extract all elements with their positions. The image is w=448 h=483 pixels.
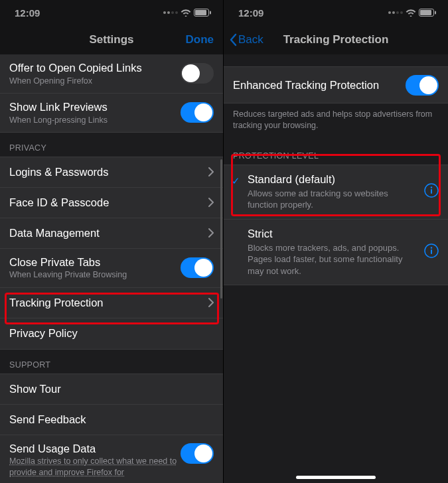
row-close-private-tabs[interactable]: Close Private Tabs When Leaving Private … bbox=[0, 249, 223, 288]
row-show-tour[interactable]: Show Tour bbox=[0, 374, 223, 405]
nav-title: Settings bbox=[89, 33, 133, 46]
checkmark-icon: ✓ bbox=[232, 175, 240, 187]
chevron-right-icon bbox=[208, 298, 214, 307]
row-subtitle: Mozilla strives to only collect what we … bbox=[9, 456, 181, 478]
svg-rect-5 bbox=[435, 11, 436, 15]
status-bar: 12:09 bbox=[224, 0, 448, 25]
level-title: Standard (default) bbox=[248, 173, 439, 186]
row-enhanced-tracking-protection[interactable]: Enhanced Tracking Protection bbox=[224, 67, 448, 103]
row-data-management[interactable]: Data Management bbox=[0, 218, 223, 249]
row-logins-passwords[interactable]: Logins & Passwords bbox=[0, 157, 223, 188]
row-title: Show Tour bbox=[9, 382, 214, 396]
chevron-right-icon bbox=[208, 228, 214, 238]
toggle-copied-links[interactable] bbox=[181, 63, 214, 84]
row-subtitle: When Long-pressing Links bbox=[9, 115, 181, 125]
home-indicator[interactable] bbox=[296, 476, 376, 479]
toggle-usage-data[interactable] bbox=[181, 443, 214, 464]
row-faceid-passcode[interactable]: Face ID & Passcode bbox=[0, 188, 223, 218]
svg-point-7 bbox=[431, 187, 432, 188]
tracking-protection-screen: 12:09 Back Tracking Protection Enhanced … bbox=[224, 0, 448, 483]
section-support: Support bbox=[0, 350, 223, 374]
wifi-icon bbox=[181, 9, 191, 17]
toggle-link-previews[interactable] bbox=[181, 102, 214, 123]
chevron-right-icon bbox=[208, 198, 214, 207]
status-icons bbox=[163, 9, 211, 17]
back-label: Back bbox=[238, 33, 263, 46]
row-title: Close Private Tabs bbox=[9, 255, 181, 269]
wifi-icon bbox=[406, 9, 416, 17]
section-privacy: Privacy bbox=[0, 133, 223, 157]
toggle-close-private-tabs[interactable] bbox=[181, 257, 214, 278]
done-button[interactable]: Done bbox=[186, 33, 214, 46]
svg-rect-4 bbox=[420, 10, 431, 15]
status-time: 12:09 bbox=[15, 7, 40, 19]
status-bar: 12:09 bbox=[0, 0, 223, 25]
row-title: Offer to Open Copied Links bbox=[9, 61, 181, 75]
status-icons bbox=[388, 9, 436, 17]
row-send-feedback[interactable]: Send Feedback bbox=[0, 405, 223, 435]
row-title: Show Link Previews bbox=[9, 100, 181, 114]
settings-screen: 12:09 Settings Done Offer to Open Copied… bbox=[0, 0, 224, 483]
section-protection-level: Protection Level bbox=[224, 141, 448, 165]
row-title: Logins & Passwords bbox=[9, 165, 208, 179]
row-title: Privacy Policy bbox=[9, 326, 214, 340]
back-button[interactable]: Back bbox=[229, 33, 263, 46]
svg-rect-1 bbox=[195, 10, 206, 15]
row-title: Face ID & Passcode bbox=[9, 196, 208, 210]
row-title: Send Feedback bbox=[9, 413, 214, 427]
level-standard[interactable]: ✓ Standard (default) Allows some ad trac… bbox=[224, 165, 448, 220]
info-icon bbox=[424, 183, 439, 198]
svg-rect-2 bbox=[210, 11, 211, 15]
svg-rect-8 bbox=[431, 189, 432, 194]
nav-title: Tracking Protection bbox=[283, 33, 389, 46]
chevron-right-icon bbox=[208, 167, 214, 176]
row-send-usage-data[interactable]: Send Usage Data Mozilla strives to only … bbox=[0, 435, 223, 483]
info-icon bbox=[424, 243, 439, 258]
level-subtitle: Allows some ad tracking so websites func… bbox=[248, 188, 439, 211]
row-show-link-previews[interactable]: Show Link Previews When Long-pressing Li… bbox=[0, 94, 223, 132]
svg-point-10 bbox=[431, 247, 432, 248]
battery-icon bbox=[194, 9, 211, 17]
row-privacy-policy[interactable]: Privacy Policy bbox=[0, 318, 223, 349]
level-strict[interactable]: Strict Blocks more trackers, ads, and po… bbox=[224, 220, 448, 285]
row-title: Send Usage Data bbox=[9, 442, 181, 456]
info-button-strict[interactable] bbox=[424, 243, 439, 261]
info-button-standard[interactable] bbox=[424, 183, 439, 200]
scroll-indicator[interactable] bbox=[220, 159, 222, 299]
nav-bar: Settings Done bbox=[0, 25, 223, 54]
level-title: Strict bbox=[248, 228, 439, 240]
toggle-etp[interactable] bbox=[406, 75, 439, 96]
chevron-left-icon bbox=[229, 33, 237, 46]
row-subtitle: When Opening Firefox bbox=[9, 76, 181, 86]
row-title: Enhanced Tracking Protection bbox=[233, 78, 406, 92]
row-offer-copied-links[interactable]: Offer to Open Copied Links When Opening … bbox=[0, 54, 223, 94]
etp-description: Reduces targeted ads and helps stop adve… bbox=[224, 104, 448, 141]
level-subtitle: Blocks more trackers, ads, and popups. P… bbox=[248, 242, 439, 277]
row-tracking-protection[interactable]: Tracking Protection bbox=[0, 288, 223, 318]
svg-rect-11 bbox=[431, 249, 432, 254]
row-subtitle: When Leaving Private Browsing bbox=[9, 269, 181, 280]
row-title: Tracking Protection bbox=[9, 296, 208, 310]
signal-icon bbox=[163, 11, 178, 14]
battery-icon bbox=[419, 9, 436, 17]
signal-icon bbox=[388, 11, 403, 14]
status-time: 12:09 bbox=[238, 7, 263, 19]
nav-bar: Back Tracking Protection bbox=[224, 25, 448, 54]
row-title: Data Management bbox=[9, 226, 208, 240]
